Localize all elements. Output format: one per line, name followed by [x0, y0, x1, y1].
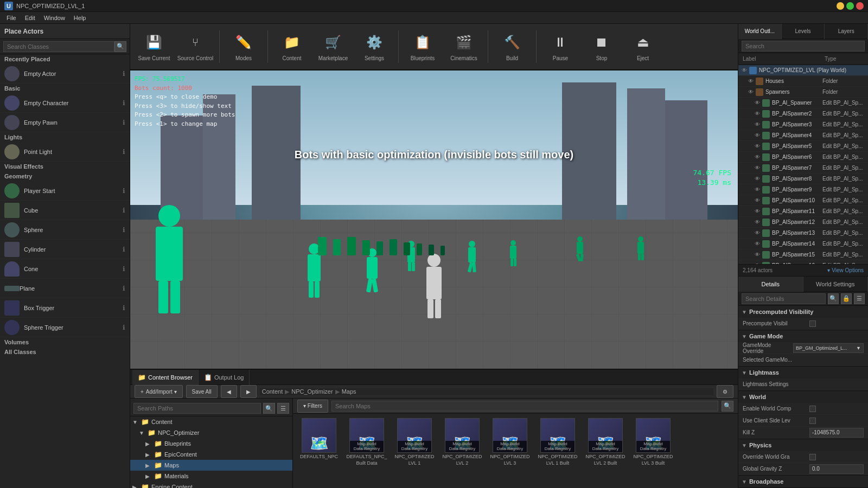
asset-defaults-npc[interactable]: 🗺️ DEFAULTS_NPC: [297, 418, 341, 466]
tree-maps[interactable]: ▶ 📁 Maps: [130, 460, 292, 471]
section-basic[interactable]: Basic: [0, 84, 130, 93]
wo-vis-spawn10[interactable]: 👁: [754, 197, 761, 204]
search-maps-button[interactable]: 🔍: [722, 401, 733, 412]
menu-file[interactable]: File: [2, 12, 21, 24]
blueprints-button[interactable]: 📋 Blueprints: [403, 27, 442, 66]
path-npc-optimizer[interactable]: NPC_Optimizer: [291, 388, 333, 395]
actor-sphere-trigger[interactable]: Sphere Trigger ℹ: [0, 318, 130, 337]
wo-vis-houses[interactable]: 👁: [747, 78, 755, 85]
tab-levels[interactable]: Levels: [782, 24, 825, 39]
tree-epic-content[interactable]: ▶ 📁 EpicContent: [130, 449, 292, 460]
wo-vis-spawn12[interactable]: 👁: [754, 219, 761, 226]
search-classes-input[interactable]: [3, 41, 114, 52]
content-button[interactable]: 📁 Content: [272, 27, 311, 66]
wo-vis-spawn14[interactable]: 👁: [754, 240, 761, 248]
section-geometry[interactable]: Geometry: [0, 171, 130, 181]
marketplace-button[interactable]: 🛒 Marketplace: [314, 27, 353, 66]
wo-vis-spawn4[interactable]: 👁: [754, 132, 761, 139]
game-mode-header[interactable]: ▼ Game Mode: [738, 330, 868, 342]
save-current-button[interactable]: 💾 Save Current: [135, 27, 174, 66]
folder-search-input[interactable]: [133, 403, 261, 414]
lightmass-header[interactable]: ▼ Lightmass: [738, 367, 868, 378]
actor-sphere[interactable]: Sphere ℹ: [0, 220, 130, 240]
tree-materials[interactable]: ▶ 📁 Materials: [130, 471, 292, 481]
wo-search-input[interactable]: [742, 41, 865, 52]
wo-vis-spawn13[interactable]: 👁: [754, 229, 761, 237]
wo-item-spawn3[interactable]: 👁 BP_AISpawner3 Edit BP_AI_Sp...: [738, 119, 868, 130]
details-filter-button[interactable]: ☰: [854, 293, 865, 304]
filters-button[interactable]: ▾ Filters: [297, 400, 328, 413]
client-side-checkbox[interactable]: [809, 418, 816, 424]
wo-item-npc-level[interactable]: 👁 NPC_OPTIMIZED_LVL (Play World): [738, 65, 868, 76]
actor-player-start[interactable]: Player Start ℹ: [0, 181, 130, 201]
wo-item-houses[interactable]: 👁 Houses Folder: [738, 76, 868, 87]
search-classes-button[interactable]: 🔍: [114, 41, 126, 52]
menu-window[interactable]: Window: [40, 12, 69, 24]
actor-empty-actor[interactable]: Empty Actor ℹ: [0, 64, 130, 84]
wo-item-spawn7[interactable]: 👁 BP_AISpawner7 Edit BP_AI_Sp...: [738, 163, 868, 174]
asset-npc-lvl2[interactable]: 🗺️ Map BuildData Registry NPC_OPTIMIZED …: [441, 418, 484, 466]
asset-npc-lvl1-built[interactable]: 🗺️ Map BuildData Registry NPC_OPTIMIZED …: [536, 418, 579, 466]
wo-item-spawn2[interactable]: 👁 BP_AISpawner2 Edit BP_AI_Sp...: [738, 108, 868, 119]
wo-item-spawn15[interactable]: 👁 BP_AISpawner15 Edit BP_AI_Sp...: [738, 249, 868, 260]
actor-empty-pawn[interactable]: Empty Pawn ℹ: [0, 113, 130, 132]
modes-button[interactable]: ✏️ Modes: [224, 27, 263, 66]
wo-vis-spawn5[interactable]: 👁: [754, 143, 761, 150]
gamemode-override-dropdown[interactable]: BP_GM_Optimized_L...▼: [793, 343, 864, 353]
tab-details[interactable]: Details: [738, 277, 803, 292]
asset-npc-lvl3-built[interactable]: 🗺️ Map BuildData Registry NPC_OPTIMIZED …: [631, 418, 675, 466]
details-search-button[interactable]: 🔍: [828, 293, 839, 304]
wo-vis-spawn6[interactable]: 👁: [754, 153, 761, 161]
tree-blueprints[interactable]: ▶ 📁 Blueprints: [130, 438, 292, 449]
world-header[interactable]: ▼ World: [738, 391, 868, 403]
tree-content[interactable]: ▼ 📁 Content: [130, 416, 292, 427]
section-lights[interactable]: Lights: [0, 132, 130, 142]
precompute-visibil-checkbox[interactable]: [809, 320, 816, 327]
wo-vis-spawn3[interactable]: 👁: [754, 121, 761, 129]
folder-search-button[interactable]: 🔍: [263, 403, 275, 414]
pause-button[interactable]: ⏸ Pause: [541, 27, 580, 66]
asset-npc-lvl1[interactable]: 🗺️ Map BuildData Registry NPC_OPTIMIZED …: [393, 418, 436, 466]
wo-item-spawn1[interactable]: 👁 BP_AI_Spawner Edit BP_AI_Sp...: [738, 98, 868, 108]
tree-engine-content[interactable]: ▶ 📁 Engine Content: [130, 481, 292, 488]
wo-item-spawn6[interactable]: 👁 BP_AISpawner6 Edit BP_AI_Sp...: [738, 152, 868, 163]
settings-button[interactable]: ⚙️ Settings: [355, 27, 394, 66]
path-maps[interactable]: Maps: [342, 388, 356, 395]
wo-item-spawn14[interactable]: 👁 BP_AISpawner14 Edit BP_AI_Sp...: [738, 239, 868, 249]
global-gravity-z-input[interactable]: [809, 464, 864, 474]
section-volumes[interactable]: Volumes: [0, 337, 130, 347]
wo-vis-npc-level[interactable]: 👁: [741, 67, 748, 74]
wo-vis-spawn11[interactable]: 👁: [754, 208, 761, 215]
nav-fwd-button[interactable]: ▶: [240, 385, 257, 398]
wo-vis-spawners[interactable]: 👁: [747, 88, 755, 96]
wo-item-spawn12[interactable]: 👁 BP_AISpawner12 Edit BP_AI_Sp...: [738, 217, 868, 228]
asset-npc-lvl2-built[interactable]: 🗺️ Map BuildData Registry NPC_OPTIMIZED …: [584, 418, 627, 466]
asset-defaults-npc-built[interactable]: 🗺️ Map BuildData Registry DEFAULTS_NPC_B…: [345, 418, 388, 466]
maximize-button[interactable]: [846, 2, 854, 10]
minimize-button[interactable]: [837, 2, 844, 10]
wo-item-spawn8[interactable]: 👁 BP_AISpawner8 Edit BP_AI_Sp...: [738, 174, 868, 184]
section-visual-effects[interactable]: Visual Effects: [0, 162, 130, 171]
actor-box-trigger[interactable]: Box Trigger ℹ: [0, 298, 130, 318]
save-all-button[interactable]: Save All: [186, 385, 218, 398]
wo-item-spawn9[interactable]: 👁 BP_AISpawner9 Edit BP_AI_Sp...: [738, 184, 868, 195]
menu-help[interactable]: Help: [69, 12, 91, 24]
enable-world-comp-checkbox[interactable]: [809, 406, 816, 412]
eject-button[interactable]: ⏏ Eject: [623, 27, 662, 66]
build-button[interactable]: 🔨 Build: [493, 27, 532, 66]
actor-plane[interactable]: Plane ℹ: [0, 279, 130, 298]
tab-world-outliner[interactable]: World Outl...: [738, 24, 782, 39]
tab-content-browser[interactable]: 📁 Content Browser: [132, 370, 199, 385]
section-recently-placed[interactable]: Recently Placed: [0, 54, 130, 64]
actor-empty-character[interactable]: Empty Character ℹ: [0, 93, 130, 113]
wo-item-spawners[interactable]: 👁 Spawners Folder: [738, 87, 868, 98]
close-button[interactable]: [856, 2, 864, 10]
actor-cone[interactable]: Cone ℹ: [0, 259, 130, 279]
broadphase-header[interactable]: ▼ Broadphase: [738, 476, 868, 487]
tab-output-log[interactable]: 📋 Output Log: [199, 370, 250, 385]
search-maps-input[interactable]: [331, 401, 718, 412]
section-all-classes[interactable]: All Classes: [0, 347, 130, 357]
wo-vis-spawn9[interactable]: 👁: [754, 186, 761, 194]
tab-world-settings[interactable]: World Settings: [803, 277, 869, 292]
menu-edit[interactable]: Edit: [21, 12, 40, 24]
